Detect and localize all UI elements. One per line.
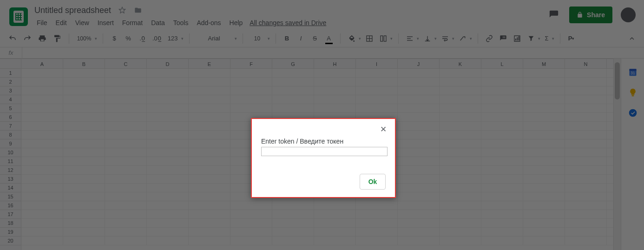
app-root: Untitled spreadsheet File Edit View Inse… xyxy=(0,0,644,250)
token-dialog: ✕ Enter token / Введите токен Ok xyxy=(251,118,396,198)
dialog-close-icon[interactable]: ✕ xyxy=(379,125,388,134)
token-input[interactable] xyxy=(261,147,388,156)
dialog-ok-button[interactable]: Ok xyxy=(360,174,386,190)
dialog-prompt: Enter token / Введите токен xyxy=(261,138,386,145)
